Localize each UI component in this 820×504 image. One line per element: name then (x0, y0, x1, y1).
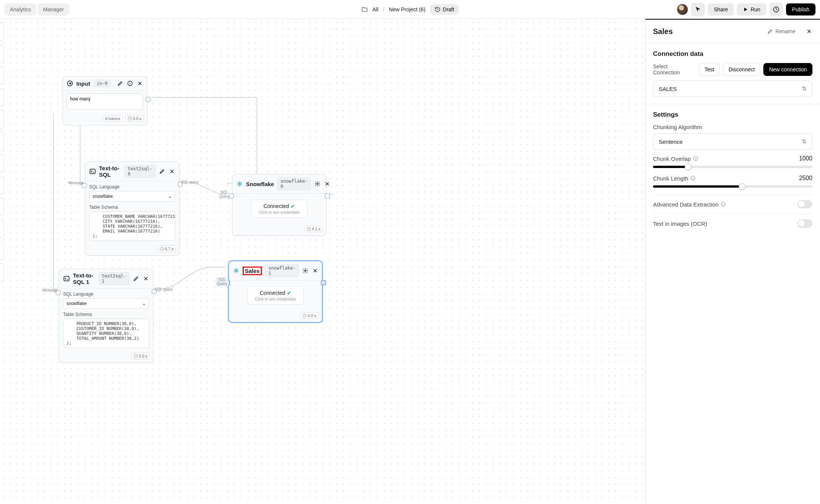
edit-icon[interactable] (159, 168, 166, 175)
schema-box[interactable]: PRODUCT_ID NUMBER(38,0), CUSTOMER_ID NUM… (63, 319, 149, 348)
node-title: Text-to-SQL 1 (73, 272, 95, 285)
test-button[interactable]: Test (699, 63, 720, 76)
draft-label: Draft (443, 6, 454, 12)
input-text[interactable] (67, 94, 143, 109)
history-icon (435, 6, 441, 12)
time-chip: 0.0 s (131, 353, 150, 359)
avatar[interactable] (677, 4, 688, 15)
port-out[interactable] (145, 97, 151, 102)
close-panel-icon[interactable] (806, 28, 812, 35)
left-rail (0, 23, 4, 282)
sql-lang-select[interactable]: snowflake⌄ (63, 298, 149, 309)
close-icon[interactable] (142, 275, 149, 282)
sql-lang-select[interactable]: snowflake⌄ (89, 191, 175, 202)
edit-icon[interactable] (133, 275, 139, 282)
connection-select[interactable]: SALES ⇅ (653, 80, 812, 97)
new-connection-button[interactable]: New connection (763, 63, 812, 76)
port-out-label: SQL query (155, 287, 173, 291)
close-icon[interactable] (312, 267, 319, 274)
node-id-chip: text2sql-1 (98, 272, 130, 285)
disconnect-button[interactable]: Disconnect (723, 63, 760, 76)
node-id-chip: snowflake-1 (265, 264, 299, 277)
node-title: Snowflake (246, 181, 274, 187)
node-id-chip: text2sql-0 (124, 165, 156, 178)
close-icon[interactable] (169, 168, 175, 175)
node-sales[interactable]: Sales snowflake-1 Connected✔ Click to se… (228, 260, 323, 323)
tokens-chip: 8 tokens (103, 115, 123, 122)
connected-chip[interactable]: Connected✔ Click to see credentials (251, 200, 308, 218)
node-title: Sales (243, 267, 262, 275)
chunk-algo-select[interactable]: Sentence ⇅ (653, 133, 812, 150)
connection-heading: Connection data (653, 50, 812, 58)
run-label: Run (750, 6, 760, 12)
chevron-updown-icon: ⇅ (802, 138, 807, 145)
schema-box[interactable]: CUSTOMER_NAME VARCHAR(16777216), CITY VA… (89, 211, 175, 241)
node-text2sql-1[interactable]: Text-to-SQL 1 text2sql-1 SQL Language sn… (59, 269, 153, 363)
connection-value: SALES (659, 86, 677, 92)
node-input[interactable]: Input in-0 8 tokens 0.0 s (62, 76, 147, 125)
node-title: Input (76, 80, 90, 87)
chunk-overlap-value: 1000 (799, 155, 812, 162)
tab-manager[interactable]: Manager (38, 3, 69, 15)
chunk-length-value: 2500 (799, 175, 812, 182)
info-icon[interactable] (693, 156, 698, 161)
share-button[interactable]: Share (708, 3, 734, 15)
time-chip: 4.1 s (304, 225, 323, 232)
svg-rect-3 (90, 169, 95, 174)
canvas[interactable]: Input in-0 8 tokens 0.0 s (0, 19, 645, 504)
topbar: Analytics Manager All / New Project (6) … (0, 0, 820, 19)
gear-icon[interactable] (314, 180, 321, 187)
connected-label: Connected (260, 290, 285, 296)
chevron-updown-icon: ⇅ (802, 85, 807, 92)
chunk-algo-value: Sentence (659, 139, 682, 145)
rename-label: Rename (775, 28, 795, 34)
node-title: Text-to-SQL (99, 165, 121, 178)
node-text2sql-0[interactable]: Text-to-SQL text2sql-0 SQL Language snow… (85, 162, 179, 256)
sql-lang-label: SQL Language (63, 291, 149, 297)
ocr-label: Text in images (OCR) (653, 220, 707, 227)
chunk-overlap-slider[interactable] (653, 166, 812, 168)
info-icon[interactable] (690, 176, 696, 181)
chunk-algo-label: Chunking Algorithm (653, 124, 812, 130)
port-in-label: Message (42, 288, 58, 292)
draft-button[interactable]: Draft (430, 4, 459, 15)
advanced-extraction-toggle[interactable] (797, 200, 812, 208)
rename-button[interactable]: Rename (761, 26, 801, 37)
folder-icon (361, 6, 368, 13)
port-in-label: Message (68, 181, 84, 185)
chunk-overlap-label: Chunk Overlap (653, 156, 698, 162)
snowflake-icon (233, 267, 240, 274)
sql-lang-label: SQL Language (89, 184, 175, 190)
close-icon[interactable] (136, 80, 143, 87)
terminal-icon (63, 275, 70, 282)
ocr-toggle[interactable] (797, 219, 812, 228)
breadcrumb-sep: / (383, 6, 384, 12)
clock-button[interactable] (769, 3, 783, 16)
port-out[interactable] (321, 280, 326, 285)
advanced-extraction-label: Advanced Data Extraction (653, 201, 726, 208)
chunk-length-label: Chunk Length (653, 175, 696, 182)
breadcrumb-project[interactable]: New Project (6) (389, 6, 425, 12)
publish-button[interactable]: Publish (786, 3, 815, 15)
port-out[interactable] (325, 193, 330, 199)
node-snowflake-0[interactable]: Snowflake snowflake-0 Connected✔ Click t… (232, 174, 326, 236)
chunk-length-slider[interactable] (653, 185, 812, 188)
node-id-chip: in-0 (93, 80, 111, 87)
info-icon[interactable] (127, 80, 133, 87)
chevron-down-icon: ⌄ (168, 194, 172, 199)
breadcrumb-all[interactable]: All (373, 6, 379, 12)
edit-icon[interactable] (117, 80, 124, 87)
snowflake-icon (236, 180, 243, 187)
tab-analytics[interactable]: Analytics (5, 3, 36, 15)
info-icon[interactable] (721, 202, 726, 207)
check-icon: ✔ (291, 203, 295, 209)
svg-point-6 (305, 270, 306, 271)
breadcrumb: All / New Project (6) Draft (361, 4, 459, 15)
gear-icon[interactable] (302, 267, 309, 274)
run-button[interactable]: Run (737, 3, 766, 15)
close-icon[interactable] (324, 180, 331, 187)
cursor-button[interactable] (691, 3, 705, 16)
connected-chip[interactable]: Connected✔ Click to see credentials (247, 287, 304, 305)
port-in-label: SQL Query (219, 190, 229, 199)
node-id-chip: snowflake-0 (277, 177, 311, 190)
